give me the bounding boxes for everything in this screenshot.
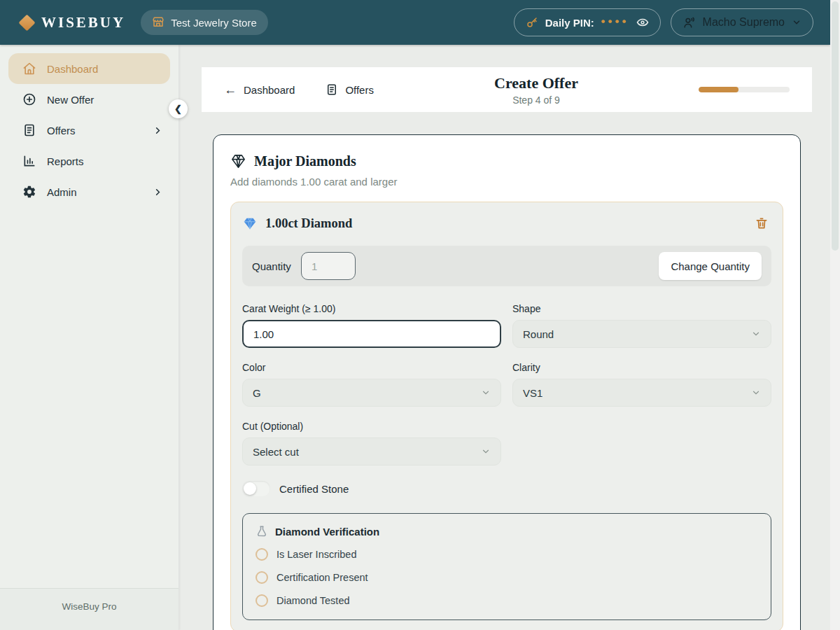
sidebar-item-offers[interactable]: Offers: [8, 115, 170, 146]
arrow-left-icon: ←: [224, 83, 237, 96]
color-label: Color: [242, 362, 501, 373]
cut-select[interactable]: Select cut: [242, 438, 501, 465]
sidebar-item-admin[interactable]: Admin: [8, 176, 170, 207]
breadcrumb-back-dashboard[interactable]: ← Dashboard: [224, 83, 295, 96]
radio-icon[interactable]: [255, 548, 268, 561]
sidebar-item-label: New Offer: [47, 94, 94, 106]
section-title: Major Diamonds: [254, 153, 356, 169]
cut-label: Cut (Optional): [242, 421, 501, 432]
color-field: Color G: [242, 362, 501, 407]
option-label: Certification Present: [276, 572, 368, 583]
radio-icon[interactable]: [255, 571, 268, 584]
color-value: G: [253, 387, 261, 399]
diamond-item-title: 1.00ct Diamond: [265, 216, 352, 231]
cut-placeholder: Select cut: [253, 446, 299, 458]
clarity-value: VS1: [523, 387, 542, 399]
sidebar-item-new-offer[interactable]: New Offer: [8, 84, 170, 115]
toggle-thumb: [244, 482, 256, 495]
sidebar-collapse-button[interactable]: ❮: [169, 99, 188, 118]
clarity-select[interactable]: VS1: [512, 379, 771, 407]
chevron-right-icon: [153, 125, 163, 136]
radio-icon[interactable]: [255, 594, 268, 607]
progress-bar: [699, 87, 790, 92]
chevron-down-icon: [481, 388, 491, 398]
certified-stone-toggle[interactable]: [242, 481, 270, 496]
certified-stone-label: Certified Stone: [279, 483, 349, 495]
home-icon: [22, 62, 36, 76]
chevron-down-icon: [751, 388, 761, 398]
diamond-item-card: 1.00ct Diamond Quantity Change Quantity …: [230, 202, 783, 630]
progress-fill: [699, 87, 738, 92]
eye-icon[interactable]: [636, 16, 649, 29]
brand-diamond-icon: [18, 14, 35, 31]
diamond-verification-box: Diamond Verification Is Laser Inscribed …: [242, 513, 771, 620]
user-menu-button[interactable]: Macho Supremo: [671, 8, 813, 36]
chevron-down-icon: [751, 329, 761, 339]
sidebar-footer: WiseBuy Pro: [0, 588, 178, 630]
flask-icon: [255, 525, 268, 538]
sidebar-item-label: Dashboard: [47, 63, 98, 75]
clarity-label: Clarity: [512, 362, 771, 373]
option-diamond-tested[interactable]: Diamond Tested: [255, 594, 758, 607]
cut-field: Cut (Optional) Select cut: [242, 421, 501, 465]
breadcrumb-offers-label: Offers: [345, 84, 374, 96]
shape-value: Round: [523, 328, 554, 340]
quantity-input[interactable]: [301, 252, 356, 280]
app-header: WISEBUY Test Jewelry Store Daily PIN: ••…: [0, 0, 830, 45]
gear-icon: [22, 185, 36, 199]
option-certification-present[interactable]: Certification Present: [255, 571, 758, 584]
storefront-icon: [152, 16, 164, 29]
carat-weight-input[interactable]: [242, 320, 501, 348]
page-scrollbar[interactable]: [830, 0, 840, 630]
major-diamonds-card: Major Diamonds Add diamonds 1.00 carat a…: [213, 134, 801, 630]
blue-diamond-icon: [242, 216, 258, 231]
sidebar-item-label: Admin: [47, 186, 77, 198]
verification-title: Diamond Verification: [275, 526, 379, 538]
chevron-down-icon: [481, 447, 491, 456]
clarity-field: Clarity VS1: [512, 362, 771, 407]
page-title: Create Offer: [374, 74, 699, 92]
document-icon: [22, 123, 36, 137]
shape-field: Shape Round: [512, 303, 771, 348]
color-select[interactable]: G: [242, 379, 501, 407]
brand-name: WISEBUY: [41, 14, 125, 31]
sidebar-item-label: Offers: [47, 125, 76, 136]
chevron-down-icon: [792, 18, 802, 27]
scrollbar-thumb[interactable]: [832, 1, 839, 251]
daily-pin-button[interactable]: Daily PIN: ••••: [514, 8, 661, 36]
quantity-strip: Quantity Change Quantity: [242, 246, 771, 286]
option-laser-inscribed[interactable]: Is Laser Inscribed: [255, 548, 758, 561]
section-subtitle: Add diamonds 1.00 carat and larger: [230, 176, 783, 188]
plus-circle-icon: [22, 92, 36, 106]
main-content: ← Dashboard Offers Create Offer Step 4 o…: [179, 45, 840, 630]
store-badge[interactable]: Test Jewelry Store: [141, 10, 268, 35]
sidebar-item-reports[interactable]: Reports: [8, 146, 170, 176]
brand-logo[interactable]: WISEBUY: [21, 14, 125, 31]
delete-diamond-button[interactable]: [752, 214, 771, 233]
option-label: Diamond Tested: [276, 595, 350, 606]
pin-masked-value: ••••: [601, 15, 629, 30]
change-quantity-button[interactable]: Change Quantity: [659, 252, 762, 280]
bar-chart-icon: [22, 154, 36, 168]
breadcrumb-back-label: Dashboard: [244, 84, 295, 96]
sidebar-item-label: Reports: [47, 155, 84, 167]
breadcrumb-offers[interactable]: Offers: [326, 83, 374, 96]
carat-weight-label: Carat Weight (≥ 1.00): [242, 303, 501, 314]
diamond-outline-icon: [230, 153, 246, 169]
step-indicator: Step 4 of 9: [374, 94, 699, 106]
shape-label: Shape: [512, 303, 771, 314]
key-icon: [526, 16, 538, 29]
sidebar-item-dashboard[interactable]: Dashboard: [8, 53, 170, 84]
user-name: Macho Supremo: [703, 16, 785, 29]
shape-select[interactable]: Round: [512, 320, 771, 348]
breadcrumb-bar: ← Dashboard Offers Create Offer Step 4 o…: [202, 67, 812, 112]
document-icon: [326, 83, 338, 96]
option-label: Is Laser Inscribed: [276, 549, 356, 560]
store-badge-label: Test Jewelry Store: [171, 17, 257, 29]
chevron-right-icon: [153, 187, 163, 197]
users-icon: [682, 16, 696, 29]
carat-weight-field: Carat Weight (≥ 1.00): [242, 303, 501, 348]
daily-pin-label: Daily PIN:: [545, 17, 594, 29]
quantity-label: Quantity: [252, 260, 291, 272]
sidebar: ❮ Dashboard New Offer: [0, 45, 179, 630]
